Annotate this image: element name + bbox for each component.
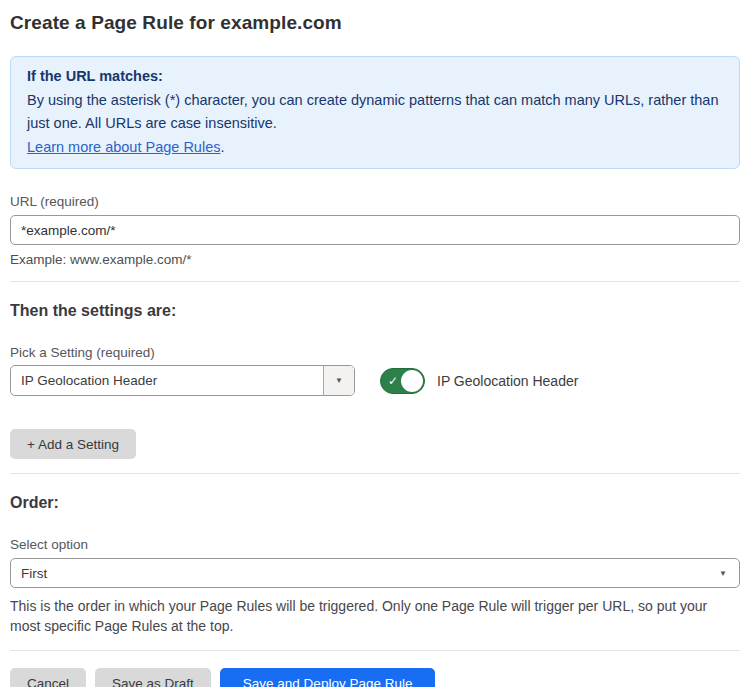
order-section-heading: Order: bbox=[10, 494, 740, 512]
url-input[interactable] bbox=[10, 215, 740, 245]
divider bbox=[10, 473, 740, 474]
learn-more-link[interactable]: Learn more about Page Rules bbox=[27, 139, 220, 155]
cancel-button[interactable]: Cancel bbox=[10, 668, 86, 687]
ip-geolocation-toggle[interactable]: ✓ bbox=[380, 368, 425, 394]
chevron-down-icon[interactable]: ▼ bbox=[323, 366, 354, 395]
setting-row: IP Geolocation Header ▼ ✓ IP Geolocation… bbox=[10, 365, 740, 396]
toggle-knob bbox=[401, 370, 423, 392]
divider bbox=[10, 281, 740, 282]
link-period: . bbox=[220, 139, 224, 155]
info-box-link-line: Learn more about Page Rules. bbox=[27, 136, 723, 160]
setting-select[interactable]: IP Geolocation Header ▼ bbox=[10, 365, 355, 396]
url-example-helper: Example: www.example.com/* bbox=[10, 252, 740, 267]
url-field-label: URL (required) bbox=[10, 194, 740, 209]
order-select-value: First bbox=[21, 566, 47, 581]
url-matches-info-box: If the URL matches: By using the asteris… bbox=[10, 56, 740, 169]
order-select[interactable]: First ▼ bbox=[10, 558, 740, 588]
order-select-label: Select option bbox=[10, 537, 740, 552]
settings-section-heading: Then the settings are: bbox=[10, 302, 740, 320]
save-and-deploy-button[interactable]: Save and Deploy Page Rule bbox=[220, 668, 436, 687]
info-box-body: By using the asterisk (*) character, you… bbox=[27, 89, 723, 136]
chevron-down-icon: ▼ bbox=[719, 569, 727, 578]
info-box-heading: If the URL matches: bbox=[27, 65, 723, 89]
order-helper-text: This is the order in which your Page Rul… bbox=[10, 596, 740, 636]
divider bbox=[10, 650, 740, 651]
setting-select-value: IP Geolocation Header bbox=[11, 366, 323, 395]
toggle-label: IP Geolocation Header bbox=[437, 373, 578, 389]
save-as-draft-button[interactable]: Save as Draft bbox=[95, 668, 211, 687]
pick-setting-label: Pick a Setting (required) bbox=[10, 345, 740, 360]
page-title: Create a Page Rule for example.com bbox=[10, 12, 740, 34]
add-setting-button[interactable]: + Add a Setting bbox=[10, 429, 136, 459]
action-button-row: Cancel Save as Draft Save and Deploy Pag… bbox=[10, 668, 740, 687]
check-icon: ✓ bbox=[388, 374, 398, 386]
